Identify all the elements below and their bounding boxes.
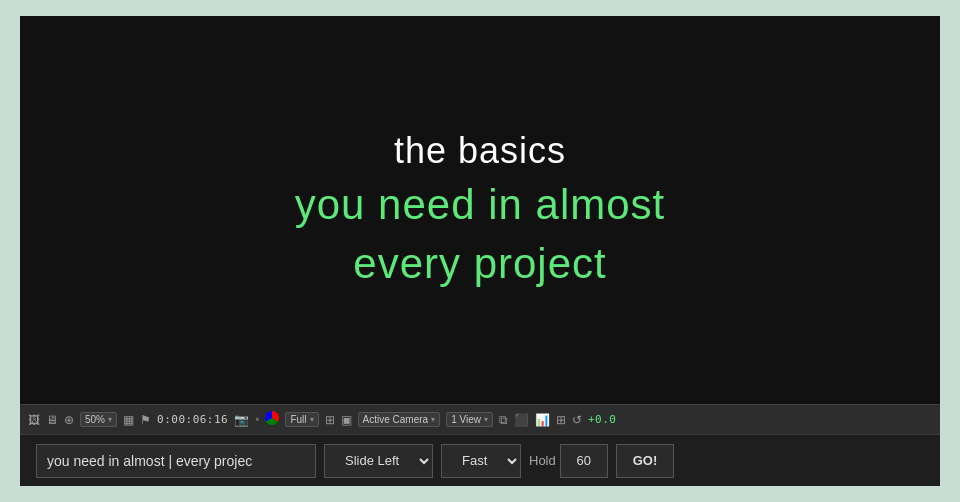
speed-dropdown[interactable]: Fast <box>441 444 521 478</box>
grid-icon: ▦ <box>123 413 134 427</box>
view-arrow: ▾ <box>484 415 488 424</box>
timecode-display: 0:00:06:16 <box>157 413 228 426</box>
preview-area: the basics you need in almost every proj… <box>20 16 940 404</box>
color-wheel-icon <box>265 411 279 429</box>
resolution-dropdown[interactable]: Full ▾ <box>285 412 318 427</box>
render-icon: ⬛ <box>514 413 529 427</box>
camera-dropdown[interactable]: Active Camera ▾ <box>358 412 441 427</box>
go-button[interactable]: GO! <box>616 444 675 478</box>
preview-line3: every project <box>295 235 666 294</box>
bottom-bar: Slide Left Fast Hold GO! <box>20 434 940 486</box>
exposure-display: +0.0 <box>588 413 617 426</box>
zoom-dropdown[interactable]: 50% ▾ <box>80 412 117 427</box>
camera-value: Active Camera <box>363 414 429 425</box>
preview-content: the basics you need in almost every proj… <box>295 126 666 294</box>
histogram-icon: 📊 <box>535 413 550 427</box>
refresh-icon: ↺ <box>572 413 582 427</box>
monitor-icon: 🖥 <box>46 413 58 427</box>
transparent-icon: ▣ <box>341 413 352 427</box>
preview-line2: you need in almost <box>295 176 666 235</box>
network-icon: ⊞ <box>556 413 566 427</box>
camera-arrow: ▾ <box>431 415 435 424</box>
view-value: 1 View <box>451 414 481 425</box>
zoom-arrow: ▾ <box>108 415 112 424</box>
main-container: the basics you need in almost every proj… <box>20 16 940 486</box>
transition-dropdown[interactable]: Slide Left <box>324 444 433 478</box>
preview-line1: the basics <box>295 126 666 176</box>
region-icon: ⊞ <box>325 413 335 427</box>
toggle-icon: ⊕ <box>64 413 74 427</box>
text-input[interactable] <box>36 444 316 478</box>
hold-input[interactable] <box>560 444 608 478</box>
camera-icon: 📷 <box>234 413 249 427</box>
comp-icon: ⧉ <box>499 413 508 427</box>
flag-icon: ⚑ <box>140 413 151 427</box>
resolution-value: Full <box>290 414 306 425</box>
snapshot-icon: 🖼 <box>28 413 40 427</box>
dot-icon: • <box>255 413 259 427</box>
hold-label: Hold <box>529 453 556 468</box>
toolbar: 🖼 🖥 ⊕ 50% ▾ ▦ ⚑ 0:00:06:16 📷 • Full ▾ ⊞ … <box>20 404 940 434</box>
view-dropdown[interactable]: 1 View ▾ <box>446 412 493 427</box>
zoom-value: 50% <box>85 414 105 425</box>
hold-group: Hold <box>529 444 608 478</box>
resolution-arrow: ▾ <box>310 415 314 424</box>
